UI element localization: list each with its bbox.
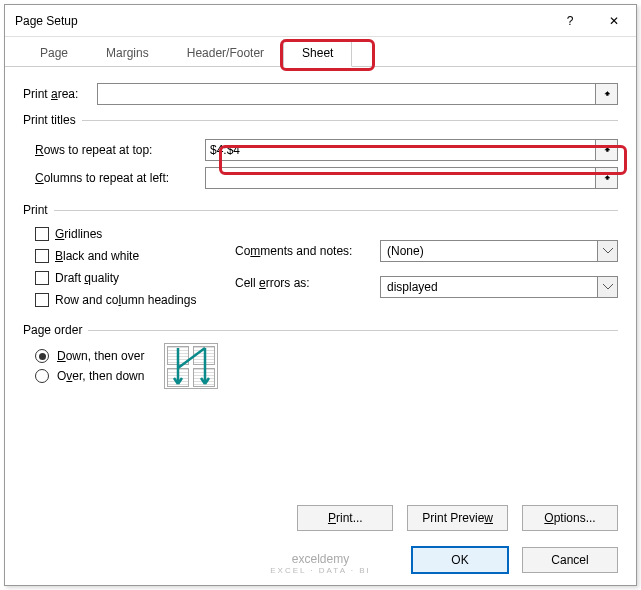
watermark-text: exceldemy bbox=[270, 552, 371, 566]
cols-repeat-input[interactable] bbox=[205, 167, 596, 189]
cols-repeat-label: Columns to repeat at left: bbox=[35, 171, 205, 185]
print-button[interactable]: Print... bbox=[297, 505, 393, 531]
gridlines-label: Gridlines bbox=[55, 227, 102, 241]
print-preview-button[interactable]: Print Preview bbox=[407, 505, 508, 531]
down-then-over-radio[interactable]: Down, then over bbox=[35, 349, 144, 363]
blackwhite-label: Black and white bbox=[55, 249, 139, 263]
titlebar: Page Setup ? ✕ bbox=[5, 5, 636, 37]
comments-select[interactable]: (None) bbox=[380, 240, 618, 262]
comments-label: Comments and notes: bbox=[235, 244, 352, 258]
action-buttons-row: Print... Print Preview Options... bbox=[297, 505, 618, 531]
collapse-dialog-icon: 🠹 bbox=[604, 143, 610, 157]
page-order-preview-icon bbox=[164, 343, 218, 389]
tab-sheet[interactable]: Sheet bbox=[283, 39, 352, 67]
options-button[interactable]: Options... bbox=[522, 505, 618, 531]
tab-bar: Page Margins Header/Footer Sheet bbox=[5, 37, 636, 67]
help-button[interactable]: ? bbox=[548, 5, 592, 37]
radio-icon bbox=[35, 369, 49, 383]
print-area-ref-button[interactable]: 🠹 bbox=[596, 83, 618, 105]
checkbox-icon bbox=[35, 293, 49, 307]
page-setup-dialog: Page Setup ? ✕ Page Margins Header/Foote… bbox=[4, 4, 637, 586]
print-area-label: Print area: bbox=[23, 87, 97, 101]
ok-button[interactable]: OK bbox=[412, 547, 508, 573]
blackwhite-check[interactable]: Black and white bbox=[35, 249, 235, 263]
rows-repeat-input[interactable] bbox=[205, 139, 596, 161]
gridlines-check[interactable]: Gridlines bbox=[35, 227, 235, 241]
rowcol-label: Row and column headings bbox=[55, 293, 196, 307]
cellerrors-select[interactable]: displayed bbox=[380, 276, 618, 298]
print-area-input[interactable] bbox=[97, 83, 596, 105]
collapse-dialog-icon: 🠹 bbox=[604, 171, 610, 185]
tab-margins[interactable]: Margins bbox=[87, 39, 168, 66]
over-then-down-radio[interactable]: Over, then down bbox=[35, 369, 144, 383]
page-order-legend: Page order bbox=[23, 323, 88, 337]
cancel-button[interactable]: Cancel bbox=[522, 547, 618, 573]
close-icon: ✕ bbox=[609, 14, 619, 28]
checkbox-icon bbox=[35, 271, 49, 285]
page-order-group: Page order Down, then over Over, then do… bbox=[23, 323, 618, 389]
tab-header-footer[interactable]: Header/Footer bbox=[168, 39, 283, 66]
print-area-row: Print area: 🠹 bbox=[23, 83, 618, 105]
draft-check[interactable]: Draft quality bbox=[35, 271, 235, 285]
rows-repeat-label: Rows to repeat at top: bbox=[35, 143, 205, 157]
print-legend: Print bbox=[23, 203, 54, 217]
cols-repeat-row: Columns to repeat at left: 🠹 bbox=[35, 167, 618, 189]
over-down-label: Over, then down bbox=[57, 369, 144, 383]
rows-repeat-ref-button[interactable]: 🠹 bbox=[596, 139, 618, 161]
print-group: Print Gridlines Black and white Draft qu… bbox=[23, 203, 618, 315]
tab-page[interactable]: Page bbox=[21, 39, 87, 66]
cols-repeat-ref-button[interactable]: 🠹 bbox=[596, 167, 618, 189]
chevron-down-icon bbox=[598, 240, 618, 262]
print-titles-group: Print titles Rows to repeat at top: 🠹 Co… bbox=[23, 113, 618, 195]
checkbox-icon bbox=[35, 249, 49, 263]
watermark-subtext: EXCEL · DATA · BI bbox=[270, 566, 371, 575]
cellerrors-label: Cell errors as: bbox=[235, 276, 310, 290]
radio-icon bbox=[35, 349, 49, 363]
question-icon: ? bbox=[567, 14, 574, 28]
chevron-down-icon bbox=[598, 276, 618, 298]
rowcol-check[interactable]: Row and column headings bbox=[35, 293, 235, 307]
rows-repeat-row: Rows to repeat at top: 🠹 bbox=[35, 139, 618, 161]
dialog-body: Print area: 🠹 Print titles Rows to repea… bbox=[5, 67, 636, 405]
print-titles-legend: Print titles bbox=[23, 113, 82, 127]
draft-label: Draft quality bbox=[55, 271, 119, 285]
cellerrors-value: displayed bbox=[380, 276, 598, 298]
close-button[interactable]: ✕ bbox=[592, 5, 636, 37]
down-over-label: Down, then over bbox=[57, 349, 144, 363]
dialog-buttons-row: OK Cancel bbox=[412, 547, 618, 573]
collapse-dialog-icon: 🠹 bbox=[604, 87, 610, 101]
watermark: exceldemy EXCEL · DATA · BI bbox=[270, 552, 371, 575]
comments-value: (None) bbox=[380, 240, 598, 262]
dialog-title: Page Setup bbox=[15, 14, 548, 28]
checkbox-icon bbox=[35, 227, 49, 241]
